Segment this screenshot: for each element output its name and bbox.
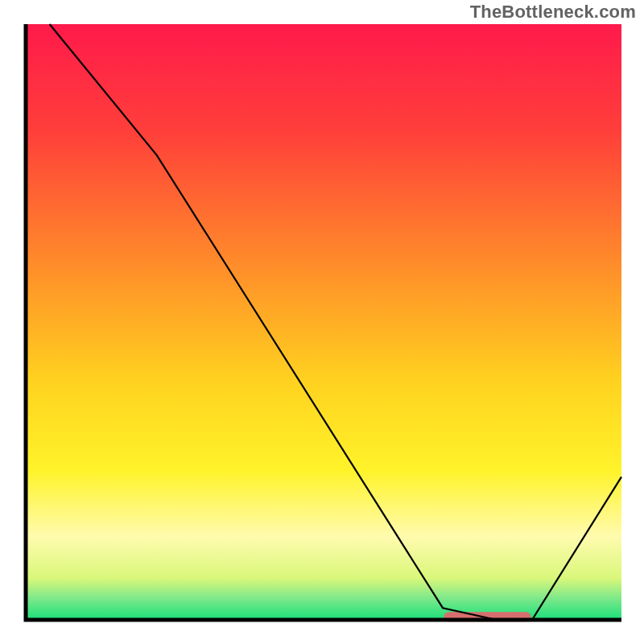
bottleneck-chart — [0, 0, 644, 644]
chart-svg — [0, 0, 644, 644]
plot-background — [26, 24, 621, 620]
